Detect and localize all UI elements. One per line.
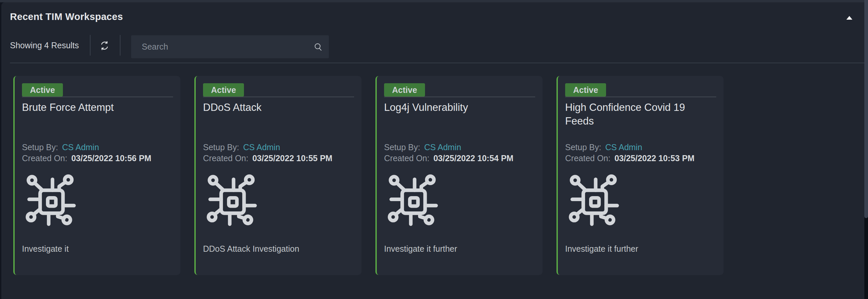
refresh-icon bbox=[99, 40, 110, 51]
setup-by-label: Setup By: bbox=[203, 143, 239, 152]
toolbar-divider bbox=[120, 35, 121, 56]
status-badge: Active bbox=[22, 83, 63, 96]
workspace-description: Investigate it bbox=[22, 244, 172, 254]
created-on-value: 03/25/2022 10:53 PM bbox=[614, 153, 694, 163]
card-divider bbox=[203, 96, 354, 97]
created-on-label: Created On: bbox=[565, 153, 610, 163]
status-badge: Active bbox=[384, 83, 425, 96]
created-on-value: 03/25/2022 10:55 PM bbox=[252, 153, 332, 163]
setup-by-label: Setup By: bbox=[22, 143, 58, 152]
created-on-value: 03/25/2022 10:54 PM bbox=[433, 153, 513, 163]
search-box bbox=[131, 35, 329, 58]
setup-by-label: Setup By: bbox=[565, 143, 601, 152]
workspace-meta: Setup By:CS Admin Created On:03/25/2022 … bbox=[384, 142, 514, 164]
chip-circuit-icon bbox=[565, 171, 622, 231]
chip-circuit-icon bbox=[203, 171, 260, 231]
workspace-cards-row: Active Brute Force Attempt Setup By:CS A… bbox=[13, 76, 723, 275]
card-divider bbox=[565, 96, 716, 97]
card-divider bbox=[384, 96, 535, 97]
workspace-description: Investigate it further bbox=[565, 244, 715, 254]
setup-by-user-link[interactable]: CS Admin bbox=[62, 143, 99, 152]
workspace-description: DDoS Attack Investigation bbox=[203, 244, 353, 254]
created-on-label: Created On: bbox=[384, 153, 429, 163]
magnifier-icon[interactable] bbox=[308, 35, 329, 58]
card-divider bbox=[22, 96, 173, 97]
toolbar-bottom-divider bbox=[10, 63, 864, 63]
chip-circuit-icon bbox=[22, 171, 79, 231]
refresh-button[interactable] bbox=[97, 38, 112, 53]
workspace-card-high-confidence-covid-19-feeds[interactable]: Active High Confidence Covid 19 Feeds Se… bbox=[556, 76, 723, 275]
status-badge: Active bbox=[203, 83, 244, 96]
chevron-up-icon bbox=[846, 16, 852, 20]
collapse-panel-button[interactable] bbox=[845, 15, 854, 20]
chip-circuit-icon bbox=[384, 171, 441, 231]
workspace-card-ddos-attack[interactable]: Active DDoS Attack Setup By:CS Admin Cre… bbox=[194, 76, 362, 275]
workspace-title: Log4j Vulnerability bbox=[384, 100, 534, 114]
workspace-card-log4j-vulnerability[interactable]: Active Log4j Vulnerability Setup By:CS A… bbox=[375, 76, 542, 275]
workspace-title: High Confidence Covid 19 Feeds bbox=[565, 100, 715, 128]
workspace-meta: Setup By:CS Admin Created On:03/25/2022 … bbox=[22, 142, 151, 164]
workspace-meta: Setup By:CS Admin Created On:03/25/2022 … bbox=[203, 142, 333, 164]
workspace-title: DDoS Attack bbox=[203, 100, 353, 114]
results-count-text: Showing 4 Results bbox=[10, 41, 79, 50]
workspace-title: Brute Force Attempt bbox=[22, 100, 172, 114]
setup-by-label: Setup By: bbox=[384, 143, 420, 152]
setup-by-user-link[interactable]: CS Admin bbox=[243, 143, 280, 152]
top-edge-strip bbox=[0, 0, 864, 2]
created-on-label: Created On: bbox=[203, 153, 248, 163]
setup-by-user-link[interactable]: CS Admin bbox=[605, 143, 642, 152]
created-on-value: 03/25/2022 10:56 PM bbox=[71, 153, 151, 163]
recent-tim-workspaces-panel: Recent TIM Workspaces Showing 4 Results … bbox=[1, 2, 864, 299]
panel-title: Recent TIM Workspaces bbox=[10, 11, 123, 22]
workspace-meta: Setup By:CS Admin Created On:03/25/2022 … bbox=[565, 142, 694, 164]
status-badge: Active bbox=[565, 83, 606, 96]
created-on-label: Created On: bbox=[22, 153, 67, 163]
search-input[interactable] bbox=[131, 35, 308, 58]
scrollbar-thumb[interactable] bbox=[864, 0, 868, 218]
workspace-description: Investigate it further bbox=[384, 244, 534, 254]
workspace-card-brute-force-attempt[interactable]: Active Brute Force Attempt Setup By:CS A… bbox=[13, 76, 180, 275]
toolbar-divider bbox=[90, 35, 91, 56]
setup-by-user-link[interactable]: CS Admin bbox=[424, 143, 461, 152]
scrollbar-track[interactable] bbox=[864, 0, 868, 299]
